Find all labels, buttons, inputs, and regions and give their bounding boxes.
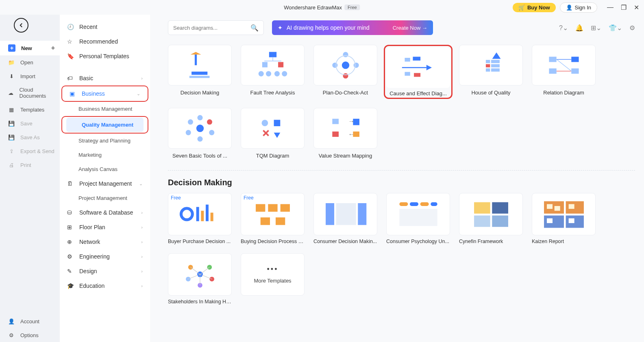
svg-line-91 <box>200 267 209 274</box>
search-box[interactable]: 🔍 <box>168 20 264 35</box>
search-input[interactable] <box>173 25 250 31</box>
nav-export-send[interactable]: ⇪ Export & Send <box>0 144 60 158</box>
cat-personal-templates[interactable]: 🔖 Personal Templates <box>60 49 150 64</box>
maximize-button[interactable]: ❐ <box>621 4 627 11</box>
nav-open[interactable]: 📁 Open <box>0 55 60 69</box>
cat-design-label: Design <box>79 268 97 274</box>
cat-project-management[interactable]: 🗓 Project Management ⌄ <box>60 176 150 191</box>
card-value-stream[interactable]: →← Value Stream Mapping <box>313 108 377 159</box>
card-relation-diagram[interactable]: Relation Diagram <box>532 45 596 99</box>
apps-icon[interactable]: ⊞⌄ <box>591 24 601 32</box>
help-icon[interactable]: ?⌄ <box>559 24 568 32</box>
chevron-right-icon: › <box>141 76 143 81</box>
svg-point-16 <box>332 62 337 68</box>
cat-design[interactable]: ✎ Design › <box>60 264 150 278</box>
svg-rect-81 <box>568 204 574 209</box>
chevron-right-icon: › <box>141 283 143 288</box>
cat-software-database[interactable]: ⛁ Software & Database › <box>60 205 150 220</box>
nav-save[interactable]: 💾 Save <box>0 116 60 130</box>
back-button[interactable] <box>14 18 28 33</box>
tpl-label: Consumer Psychology Un... <box>386 239 450 244</box>
nav-options[interactable]: ⚙ Options <box>0 328 60 342</box>
cat-strategy-planning[interactable]: Strategy and Planning <box>60 134 150 148</box>
tpl-consumer-decision[interactable]: Consumer Decision Makin... <box>313 193 377 244</box>
categories-panel: 🕘 Recent ☆ Recommended 🔖 Personal Templa… <box>60 15 150 342</box>
tpl-more[interactable]: ••• More Templates <box>241 253 305 305</box>
card-seven-tools[interactable]: Seven Basic Tools of ... <box>168 108 232 159</box>
cat-recent-label: Recent <box>79 24 97 30</box>
sign-in-label: Sign In <box>575 4 591 11</box>
cart-icon: 🛒 <box>518 4 525 11</box>
buy-now-button[interactable]: 🛒 Buy Now <box>513 3 556 12</box>
svg-point-11 <box>282 71 287 76</box>
cat-quality-management[interactable]: Quality Management <box>66 118 144 132</box>
card-decision-making[interactable]: Decision Making <box>168 45 232 99</box>
shirt-icon[interactable]: 👕⌄ <box>609 24 622 32</box>
cat-analysis-canvas[interactable]: Analysis Canvas <box>60 162 150 176</box>
education-icon: 🎓 <box>67 283 74 289</box>
export-icon: ⇪ <box>8 148 15 154</box>
nav-cloud-label: Cloud Documents <box>20 87 55 99</box>
close-button[interactable]: ✕ <box>634 4 639 11</box>
nav-print[interactable]: 🖨 Print <box>0 158 60 172</box>
nav-save-as[interactable]: 💾 Save As <box>0 130 60 144</box>
cat-recommended[interactable]: ☆ Recommended <box>60 34 150 49</box>
save-icon: 💾 <box>8 120 15 127</box>
card-fault-tree[interactable]: Fault Tree Analysis <box>241 45 305 99</box>
cat-project-label: Project Management <box>79 180 132 187</box>
tpl-label: Kaizen Report <box>532 239 596 244</box>
create-now-button[interactable]: Create Now → <box>393 25 427 31</box>
nav-account-label: Account <box>20 318 39 324</box>
clock-icon: 🕘 <box>67 24 74 30</box>
nav-new[interactable]: + New + <box>0 41 60 55</box>
bell-icon[interactable]: 🔔 <box>575 24 583 32</box>
svg-rect-61 <box>260 217 270 225</box>
cat-marketing[interactable]: Marketing <box>60 148 150 162</box>
tpl-consumer-psychology[interactable]: Consumer Psychology Un... <box>386 193 450 244</box>
card-pdca[interactable]: Plan-Do-Check-Act <box>313 45 377 99</box>
card-cause-effect[interactable]: Cause and Effect Diag... <box>386 45 450 99</box>
card-house-quality[interactable]: House of Quality <box>459 45 523 99</box>
cat-business-management[interactable]: Business Management <box>60 102 150 116</box>
tpl-cynefin[interactable]: Cynefin Framework <box>459 193 523 244</box>
nav-account[interactable]: 👤 Account <box>0 314 60 328</box>
card-tqm[interactable]: TQM Diagram <box>241 108 305 159</box>
cat-business[interactable]: ▣ Business ⌄ <box>62 86 148 101</box>
chevron-right-icon: › <box>141 254 143 259</box>
cat-recent[interactable]: 🕘 Recent <box>60 20 150 34</box>
svg-rect-70 <box>399 209 437 226</box>
svg-rect-52 <box>353 132 359 137</box>
cat-basic[interactable]: 🏷 Basic › <box>60 71 150 86</box>
tpl-stakeholders[interactable]: Stakeholders In Making He... <box>168 253 232 305</box>
ai-banner-text: AI drawing helps open your mind <box>287 24 370 31</box>
tpl-buying-decision[interactable]: Free Buying Decision Process O... <box>241 193 305 244</box>
plus-icon[interactable]: + <box>51 44 55 52</box>
tpl-buyer-purchase[interactable]: Free Buyer Purchase Decision ... <box>168 193 232 244</box>
plus-square-icon: + <box>8 44 15 52</box>
sign-in-button[interactable]: 👤 Sign In <box>560 2 597 13</box>
nav-import[interactable]: ⬇ Import <box>0 69 60 83</box>
cat-network[interactable]: ⊕ Network › <box>60 235 150 249</box>
nav-templates[interactable]: ▦ Templates <box>0 103 60 116</box>
ai-banner[interactable]: ✦ AI drawing helps open your mind Create… <box>272 20 433 35</box>
cloud-icon: ☁ <box>8 90 14 96</box>
cat-personal-label: Personal Templates <box>79 53 129 59</box>
search-icon[interactable]: 🔍 <box>250 24 259 32</box>
nav-import-label: Import <box>20 73 35 79</box>
nav-cloud-documents[interactable]: ☁ Cloud Documents <box>0 83 60 103</box>
cat-education[interactable]: 🎓 Education › <box>60 278 150 293</box>
svg-rect-21 <box>405 72 410 76</box>
business-icon: ▣ <box>70 90 76 97</box>
svg-point-44 <box>261 120 268 126</box>
cat-engineering[interactable]: ⚙ Engineering › <box>60 249 150 264</box>
cat-floor-plan[interactable]: ⊞ Floor Plan › <box>60 220 150 235</box>
chevron-down-icon: ⌄ <box>137 91 140 96</box>
svg-point-40 <box>185 130 191 135</box>
nav-open-label: Open <box>20 59 33 66</box>
tpl-kaizen[interactable]: Kaizen Report <box>532 193 596 244</box>
tpl-label: Stakeholders In Making He... <box>168 299 232 305</box>
cat-recommended-label: Recommended <box>79 38 118 45</box>
minimize-button[interactable]: — <box>607 4 614 11</box>
cat-project-management-sub[interactable]: Project Management <box>60 191 150 205</box>
settings-icon[interactable]: ⚙ <box>629 24 635 32</box>
